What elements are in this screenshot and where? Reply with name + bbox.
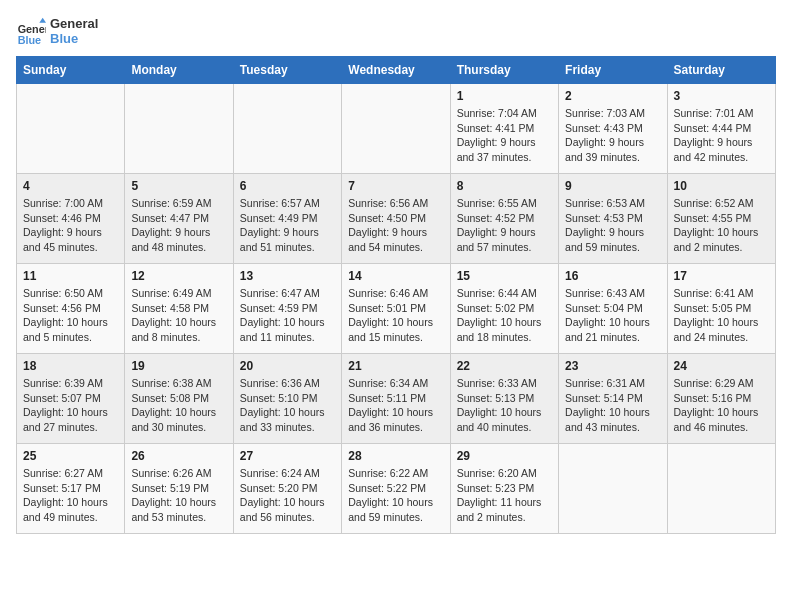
day-info: Sunrise: 6:33 AM Sunset: 5:13 PM Dayligh… bbox=[457, 376, 552, 435]
day-number: 12 bbox=[131, 269, 226, 283]
calendar-cell: 11Sunrise: 6:50 AM Sunset: 4:56 PM Dayli… bbox=[17, 264, 125, 354]
day-info: Sunrise: 6:49 AM Sunset: 4:58 PM Dayligh… bbox=[131, 286, 226, 345]
day-info: Sunrise: 6:27 AM Sunset: 5:17 PM Dayligh… bbox=[23, 466, 118, 525]
day-number: 24 bbox=[674, 359, 769, 373]
calendar-cell bbox=[667, 444, 775, 534]
calendar-week-2: 11Sunrise: 6:50 AM Sunset: 4:56 PM Dayli… bbox=[17, 264, 776, 354]
day-number: 10 bbox=[674, 179, 769, 193]
header-saturday: Saturday bbox=[667, 57, 775, 84]
day-info: Sunrise: 7:01 AM Sunset: 4:44 PM Dayligh… bbox=[674, 106, 769, 165]
day-info: Sunrise: 6:24 AM Sunset: 5:20 PM Dayligh… bbox=[240, 466, 335, 525]
day-number: 6 bbox=[240, 179, 335, 193]
day-number: 16 bbox=[565, 269, 660, 283]
day-info: Sunrise: 6:44 AM Sunset: 5:02 PM Dayligh… bbox=[457, 286, 552, 345]
day-number: 28 bbox=[348, 449, 443, 463]
day-info: Sunrise: 6:55 AM Sunset: 4:52 PM Dayligh… bbox=[457, 196, 552, 255]
calendar-cell: 27Sunrise: 6:24 AM Sunset: 5:20 PM Dayli… bbox=[233, 444, 341, 534]
day-info: Sunrise: 6:43 AM Sunset: 5:04 PM Dayligh… bbox=[565, 286, 660, 345]
calendar-cell bbox=[233, 84, 341, 174]
calendar-cell: 1Sunrise: 7:04 AM Sunset: 4:41 PM Daylig… bbox=[450, 84, 558, 174]
calendar-cell: 8Sunrise: 6:55 AM Sunset: 4:52 PM Daylig… bbox=[450, 174, 558, 264]
logo: General Blue General Blue bbox=[16, 16, 98, 46]
day-number: 1 bbox=[457, 89, 552, 103]
day-number: 19 bbox=[131, 359, 226, 373]
header-tuesday: Tuesday bbox=[233, 57, 341, 84]
svg-marker-2 bbox=[39, 18, 46, 23]
calendar-cell: 21Sunrise: 6:34 AM Sunset: 5:11 PM Dayli… bbox=[342, 354, 450, 444]
calendar-cell: 16Sunrise: 6:43 AM Sunset: 5:04 PM Dayli… bbox=[559, 264, 667, 354]
calendar-cell: 28Sunrise: 6:22 AM Sunset: 5:22 PM Dayli… bbox=[342, 444, 450, 534]
calendar-cell: 24Sunrise: 6:29 AM Sunset: 5:16 PM Dayli… bbox=[667, 354, 775, 444]
day-number: 22 bbox=[457, 359, 552, 373]
calendar-cell: 22Sunrise: 6:33 AM Sunset: 5:13 PM Dayli… bbox=[450, 354, 558, 444]
day-info: Sunrise: 6:53 AM Sunset: 4:53 PM Dayligh… bbox=[565, 196, 660, 255]
calendar-cell: 2Sunrise: 7:03 AM Sunset: 4:43 PM Daylig… bbox=[559, 84, 667, 174]
calendar-cell: 10Sunrise: 6:52 AM Sunset: 4:55 PM Dayli… bbox=[667, 174, 775, 264]
header-friday: Friday bbox=[559, 57, 667, 84]
calendar-cell: 4Sunrise: 7:00 AM Sunset: 4:46 PM Daylig… bbox=[17, 174, 125, 264]
calendar-week-0: 1Sunrise: 7:04 AM Sunset: 4:41 PM Daylig… bbox=[17, 84, 776, 174]
day-number: 7 bbox=[348, 179, 443, 193]
logo-blue: Blue bbox=[50, 31, 98, 46]
calendar-cell: 6Sunrise: 6:57 AM Sunset: 4:49 PM Daylig… bbox=[233, 174, 341, 264]
day-number: 13 bbox=[240, 269, 335, 283]
calendar-cell: 25Sunrise: 6:27 AM Sunset: 5:17 PM Dayli… bbox=[17, 444, 125, 534]
calendar-week-4: 25Sunrise: 6:27 AM Sunset: 5:17 PM Dayli… bbox=[17, 444, 776, 534]
day-info: Sunrise: 6:50 AM Sunset: 4:56 PM Dayligh… bbox=[23, 286, 118, 345]
day-info: Sunrise: 6:47 AM Sunset: 4:59 PM Dayligh… bbox=[240, 286, 335, 345]
day-number: 15 bbox=[457, 269, 552, 283]
calendar-cell: 7Sunrise: 6:56 AM Sunset: 4:50 PM Daylig… bbox=[342, 174, 450, 264]
day-number: 23 bbox=[565, 359, 660, 373]
logo-icon: General Blue bbox=[16, 16, 46, 46]
calendar-cell: 12Sunrise: 6:49 AM Sunset: 4:58 PM Dayli… bbox=[125, 264, 233, 354]
calendar-cell bbox=[342, 84, 450, 174]
day-info: Sunrise: 6:22 AM Sunset: 5:22 PM Dayligh… bbox=[348, 466, 443, 525]
day-number: 21 bbox=[348, 359, 443, 373]
day-info: Sunrise: 7:04 AM Sunset: 4:41 PM Dayligh… bbox=[457, 106, 552, 165]
day-info: Sunrise: 6:20 AM Sunset: 5:23 PM Dayligh… bbox=[457, 466, 552, 525]
day-number: 14 bbox=[348, 269, 443, 283]
day-number: 2 bbox=[565, 89, 660, 103]
day-number: 18 bbox=[23, 359, 118, 373]
calendar-cell: 18Sunrise: 6:39 AM Sunset: 5:07 PM Dayli… bbox=[17, 354, 125, 444]
calendar-cell: 23Sunrise: 6:31 AM Sunset: 5:14 PM Dayli… bbox=[559, 354, 667, 444]
calendar-cell: 19Sunrise: 6:38 AM Sunset: 5:08 PM Dayli… bbox=[125, 354, 233, 444]
day-number: 17 bbox=[674, 269, 769, 283]
header-monday: Monday bbox=[125, 57, 233, 84]
calendar-cell: 13Sunrise: 6:47 AM Sunset: 4:59 PM Dayli… bbox=[233, 264, 341, 354]
day-info: Sunrise: 7:00 AM Sunset: 4:46 PM Dayligh… bbox=[23, 196, 118, 255]
day-number: 27 bbox=[240, 449, 335, 463]
calendar-cell bbox=[125, 84, 233, 174]
header-thursday: Thursday bbox=[450, 57, 558, 84]
day-info: Sunrise: 6:56 AM Sunset: 4:50 PM Dayligh… bbox=[348, 196, 443, 255]
calendar-week-3: 18Sunrise: 6:39 AM Sunset: 5:07 PM Dayli… bbox=[17, 354, 776, 444]
header-wednesday: Wednesday bbox=[342, 57, 450, 84]
day-number: 20 bbox=[240, 359, 335, 373]
day-info: Sunrise: 6:31 AM Sunset: 5:14 PM Dayligh… bbox=[565, 376, 660, 435]
calendar-header-row: SundayMondayTuesdayWednesdayThursdayFrid… bbox=[17, 57, 776, 84]
calendar-week-1: 4Sunrise: 7:00 AM Sunset: 4:46 PM Daylig… bbox=[17, 174, 776, 264]
header-sunday: Sunday bbox=[17, 57, 125, 84]
day-info: Sunrise: 6:41 AM Sunset: 5:05 PM Dayligh… bbox=[674, 286, 769, 345]
calendar-cell: 15Sunrise: 6:44 AM Sunset: 5:02 PM Dayli… bbox=[450, 264, 558, 354]
day-info: Sunrise: 6:39 AM Sunset: 5:07 PM Dayligh… bbox=[23, 376, 118, 435]
calendar-cell bbox=[559, 444, 667, 534]
day-number: 26 bbox=[131, 449, 226, 463]
day-info: Sunrise: 6:59 AM Sunset: 4:47 PM Dayligh… bbox=[131, 196, 226, 255]
calendar-cell: 9Sunrise: 6:53 AM Sunset: 4:53 PM Daylig… bbox=[559, 174, 667, 264]
calendar-cell: 17Sunrise: 6:41 AM Sunset: 5:05 PM Dayli… bbox=[667, 264, 775, 354]
calendar-cell bbox=[17, 84, 125, 174]
day-info: Sunrise: 6:46 AM Sunset: 5:01 PM Dayligh… bbox=[348, 286, 443, 345]
logo-general: General bbox=[50, 16, 98, 31]
day-number: 11 bbox=[23, 269, 118, 283]
calendar-cell: 5Sunrise: 6:59 AM Sunset: 4:47 PM Daylig… bbox=[125, 174, 233, 264]
day-info: Sunrise: 6:34 AM Sunset: 5:11 PM Dayligh… bbox=[348, 376, 443, 435]
day-info: Sunrise: 6:38 AM Sunset: 5:08 PM Dayligh… bbox=[131, 376, 226, 435]
day-number: 29 bbox=[457, 449, 552, 463]
calendar-table: SundayMondayTuesdayWednesdayThursdayFrid… bbox=[16, 56, 776, 534]
day-number: 3 bbox=[674, 89, 769, 103]
day-info: Sunrise: 6:36 AM Sunset: 5:10 PM Dayligh… bbox=[240, 376, 335, 435]
day-number: 4 bbox=[23, 179, 118, 193]
page-header: General Blue General Blue bbox=[16, 16, 776, 46]
day-info: Sunrise: 6:26 AM Sunset: 5:19 PM Dayligh… bbox=[131, 466, 226, 525]
